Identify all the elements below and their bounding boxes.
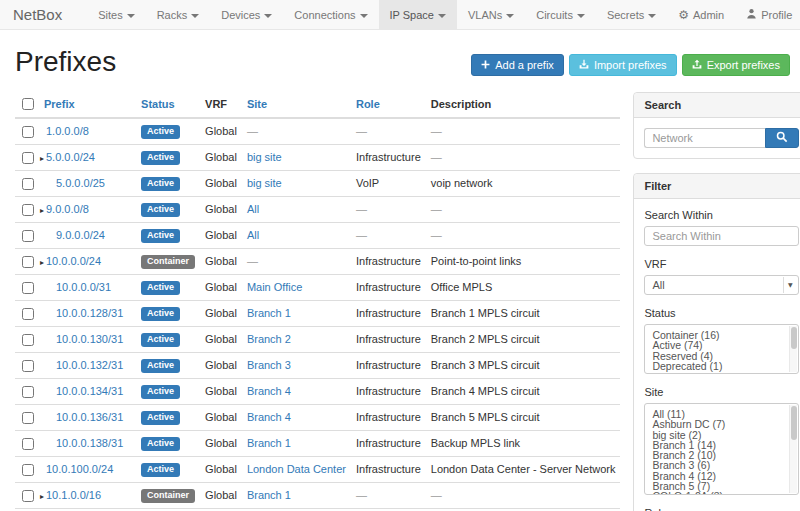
- role-value: —: [351, 197, 426, 223]
- column-header-site[interactable]: Site: [242, 92, 351, 118]
- site-link[interactable]: Branch 1: [247, 307, 291, 319]
- site-filter-list[interactable]: All (11)Ashburn DC (7)big site (2)Branch…: [644, 403, 799, 495]
- site-link[interactable]: Main Office: [247, 281, 302, 293]
- search-panel: Search: [633, 92, 800, 159]
- row-checkbox[interactable]: [22, 490, 34, 502]
- filter-option[interactable]: Deprecated (1): [652, 361, 786, 371]
- import-prefixes-button[interactable]: Import prefixes: [569, 54, 677, 76]
- scrollbar-thumb[interactable]: [791, 406, 797, 440]
- prefix-link[interactable]: 10.0.100.0/24: [46, 463, 113, 475]
- prefix-link[interactable]: 10.1.0.0/16: [46, 489, 101, 501]
- prefix-table-container: Prefix Status VRF Site Role Description …: [15, 92, 620, 511]
- table-row: ▸10.0.0.134/31 Active Global Branch 4 In…: [15, 379, 620, 405]
- column-header-status[interactable]: Status: [136, 92, 200, 118]
- nav-item-profile[interactable]: Profile: [735, 0, 800, 29]
- export-icon: [692, 59, 702, 71]
- row-checkbox[interactable]: [22, 230, 34, 242]
- description-value: Branch 4 MPLS circuit: [426, 379, 621, 405]
- status-badge: Active: [141, 437, 180, 451]
- site-link[interactable]: big site: [247, 151, 282, 163]
- nav-item-label: Racks: [157, 9, 188, 21]
- nav-item-devices[interactable]: Devices: [210, 0, 283, 29]
- table-row: ▸10.1.0.0/16 Container Global Branch 1 —…: [15, 483, 620, 509]
- vrf-value: Global: [200, 145, 242, 171]
- prefix-link[interactable]: 10.0.0.0/31: [56, 281, 111, 293]
- filter-option[interactable]: COLO-1-2A (3): [652, 491, 786, 495]
- row-checkbox[interactable]: [22, 386, 34, 398]
- nav-item-racks[interactable]: Racks: [146, 0, 211, 29]
- nav-item-admin[interactable]: ⚙ Admin: [667, 0, 735, 29]
- row-checkbox[interactable]: [22, 412, 34, 424]
- brand-logo[interactable]: NetBox: [0, 0, 75, 29]
- vrf-value: Global: [200, 118, 242, 145]
- vrf-select[interactable]: All ▼: [644, 275, 799, 295]
- table-row: ▸5.0.0.0/24 Active Global big site Infra…: [15, 145, 620, 171]
- nav-item-sites[interactable]: Sites: [87, 0, 145, 29]
- prefix-link[interactable]: 10.0.0.134/31: [56, 385, 123, 397]
- nav-item-secrets[interactable]: Secrets: [596, 0, 667, 29]
- sidebar: Search Filter Search Within VRF: [633, 92, 800, 511]
- row-checkbox[interactable]: [22, 438, 34, 450]
- table-row: ▸10.0.0.136/31 Active Global Branch 4 In…: [15, 405, 620, 431]
- site-link[interactable]: Branch 4: [247, 411, 291, 423]
- row-checkbox[interactable]: [22, 178, 34, 190]
- site-cell: Branch 4: [242, 405, 351, 431]
- search-button[interactable]: [765, 128, 799, 148]
- site-link[interactable]: Branch 3: [247, 359, 291, 371]
- search-input[interactable]: [644, 128, 765, 148]
- scrollbar[interactable]: [789, 326, 797, 372]
- row-checkbox[interactable]: [22, 360, 34, 372]
- prefix-link[interactable]: 5.0.0.0/24: [46, 151, 95, 163]
- prefix-link[interactable]: 10.0.0.128/31: [56, 307, 123, 319]
- row-checkbox[interactable]: [22, 308, 34, 320]
- row-checkbox[interactable]: [22, 464, 34, 476]
- column-header-role[interactable]: Role: [351, 92, 426, 118]
- status-filter-list[interactable]: Container (16)Active (74)Reserved (4)Dep…: [644, 324, 799, 374]
- search-within-input[interactable]: [644, 226, 799, 246]
- row-checkbox[interactable]: [22, 282, 34, 294]
- site-link[interactable]: Branch 4: [247, 385, 291, 397]
- column-header-vrf: VRF: [200, 92, 242, 118]
- status-badge: Active: [141, 385, 180, 399]
- chevron-down-icon: [577, 14, 585, 18]
- row-checkbox[interactable]: [22, 256, 34, 268]
- nav-item-ip-space[interactable]: IP Space: [379, 0, 457, 29]
- prefix-link[interactable]: 10.0.0.0/24: [46, 255, 101, 267]
- scrollbar-thumb[interactable]: [791, 327, 797, 349]
- site-cell: Branch 1: [242, 431, 351, 457]
- site-link[interactable]: big site: [247, 177, 282, 189]
- site-link[interactable]: Branch 1: [247, 437, 291, 449]
- row-checkbox[interactable]: [22, 204, 34, 216]
- site-link[interactable]: Branch 2: [247, 333, 291, 345]
- prefix-link[interactable]: 9.0.0.0/24: [56, 229, 105, 241]
- prefix-link[interactable]: 10.0.0.138/31: [56, 437, 123, 449]
- site-link[interactable]: All: [247, 229, 259, 241]
- site-link[interactable]: Branch 1: [247, 489, 291, 501]
- prefix-link[interactable]: 10.0.0.130/31: [56, 333, 123, 345]
- site-link[interactable]: London Data Center: [247, 463, 346, 475]
- prefix-link[interactable]: 10.0.0.132/31: [56, 359, 123, 371]
- scrollbar[interactable]: [789, 405, 797, 493]
- row-checkbox[interactable]: [22, 334, 34, 346]
- export-prefixes-button[interactable]: Export prefixes: [682, 54, 790, 76]
- site-link[interactable]: All: [247, 203, 259, 215]
- site-cell: Main Office: [242, 275, 351, 301]
- row-checkbox[interactable]: [22, 152, 34, 164]
- add-prefix-button[interactable]: Add a prefix: [471, 54, 564, 76]
- status-badge: Active: [141, 333, 180, 347]
- nav-item-circuits[interactable]: Circuits: [525, 0, 596, 29]
- prefix-link[interactable]: 10.0.0.136/31: [56, 411, 123, 423]
- filter-panel: Filter Search Within VRF All ▼ Status Co…: [633, 173, 800, 511]
- nav-item-vlans[interactable]: VLANs: [457, 0, 525, 29]
- prefix-link[interactable]: 9.0.0.0/8: [46, 203, 89, 215]
- nav-item-connections[interactable]: Connections: [283, 0, 378, 29]
- prefix-link[interactable]: 5.0.0.0/25: [56, 177, 105, 189]
- prefix-link[interactable]: 1.0.0.0/8: [46, 125, 89, 137]
- role-value: Infrastructure: [351, 405, 426, 431]
- row-checkbox[interactable]: [22, 126, 34, 138]
- gear-icon: ⚙: [678, 0, 689, 30]
- column-header-prefix[interactable]: Prefix: [39, 92, 136, 118]
- plus-icon: [481, 59, 490, 71]
- role-value: Infrastructure: [351, 327, 426, 353]
- select-all-checkbox[interactable]: [22, 98, 34, 110]
